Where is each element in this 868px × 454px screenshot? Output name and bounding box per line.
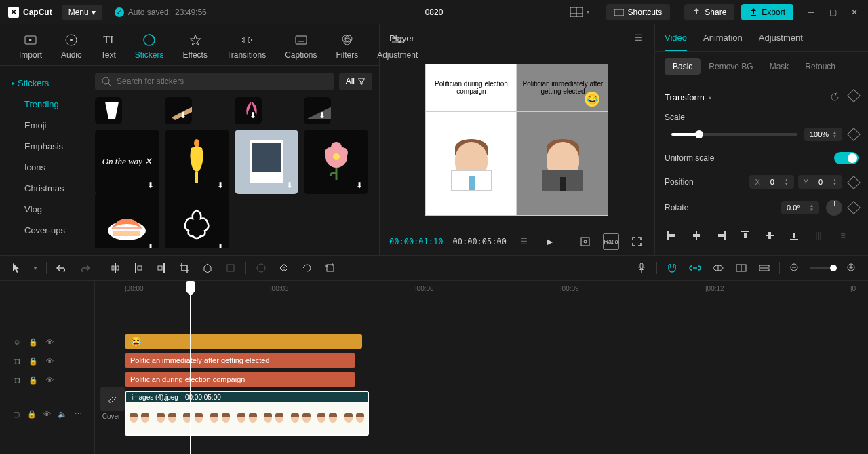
play-button[interactable]: ▶ (542, 233, 558, 250)
tab-transitions[interactable]: Transitions (217, 30, 275, 65)
lock-icon[interactable]: 🔒 (28, 356, 38, 366)
align-center-v-button[interactable] (762, 228, 777, 243)
text-clip-1[interactable]: Politician immediately after getting ele… (125, 353, 355, 368)
sticker-item[interactable]: ⬇ (304, 97, 331, 124)
sticker-item[interactable]: On the way ✕⬇ (95, 130, 159, 194)
eye-icon[interactable]: 👁 (43, 409, 52, 419)
maximize-button[interactable]: ▢ (827, 7, 838, 18)
text-track-1[interactable]: Politician immediately after getting ele… (95, 352, 868, 371)
keyframe-diamond[interactable] (847, 89, 861, 102)
delete-left-button[interactable] (130, 260, 146, 276)
align-bottom-button[interactable] (787, 228, 802, 243)
lock-icon[interactable]: 🔒 (28, 337, 38, 347)
pointer-tool[interactable] (8, 260, 24, 276)
text-track-2[interactable]: Politician during election compaign (95, 371, 868, 390)
sidebar-item-trending[interactable]: Trending (0, 94, 88, 115)
video-track[interactable]: images (4).jpeg 00:00:05:00 (95, 390, 868, 438)
search-box[interactable] (95, 73, 334, 90)
subtab-basic[interactable]: Basic (665, 58, 701, 75)
sticker-item[interactable]: ⬇ (95, 97, 122, 124)
speed-button[interactable] (253, 260, 269, 276)
uniform-scale-toggle[interactable] (834, 152, 859, 164)
align-right-button[interactable] (713, 228, 728, 243)
redo-button[interactable] (77, 260, 93, 276)
menu-button[interactable]: Menu ▾ (62, 5, 102, 20)
tab-adjustment[interactable]: Adjustment (368, 30, 427, 65)
crop2-button[interactable] (322, 260, 338, 276)
crop-button[interactable] (176, 260, 193, 276)
tab-audio[interactable]: Audio (52, 30, 92, 65)
lock-icon[interactable]: 🔒 (28, 375, 38, 385)
align-left-button[interactable] (665, 228, 679, 243)
export-button[interactable]: Export (741, 4, 793, 20)
pointer-dropdown[interactable]: ▾ (31, 260, 39, 276)
fullscreen-button[interactable] (629, 233, 645, 250)
tab-text[interactable]: TIText (92, 30, 125, 65)
marker-button[interactable] (199, 260, 216, 276)
sticker-item[interactable]: ⬇ (165, 192, 229, 249)
tab-filters[interactable]: Filters (327, 30, 368, 65)
download-icon[interactable]: ⬇ (177, 109, 189, 121)
text-track-icon[interactable]: TI (12, 375, 22, 385)
keyframe-diamond[interactable] (847, 128, 861, 141)
subtab-mask[interactable]: Mask (762, 58, 797, 75)
shortcuts-button[interactable]: Shortcuts (606, 4, 671, 20)
download-icon[interactable]: ⬇ (214, 179, 226, 191)
scan-icon[interactable] (577, 233, 593, 250)
subtab-retouch[interactable]: Retouch (797, 58, 844, 75)
sticker-clip[interactable]: 😂 (125, 334, 362, 349)
minimize-button[interactable]: ─ (806, 7, 816, 18)
preview-button[interactable] (733, 260, 749, 276)
sticker-item[interactable]: ⬇ (165, 97, 192, 124)
sticker-item[interactable]: ⬇ (235, 97, 262, 124)
project-title[interactable]: 0820 (425, 7, 443, 17)
sidebar-item-icons[interactable]: Icons (0, 157, 88, 178)
download-icon[interactable]: ⬇ (214, 241, 226, 248)
eye-icon[interactable]: 👁 (45, 375, 54, 385)
tab-stickers[interactable]: Stickers (125, 30, 174, 65)
eye-icon[interactable]: 👁 (45, 356, 54, 366)
download-icon[interactable]: ⬇ (247, 109, 259, 121)
text-track-icon[interactable]: TI (12, 356, 22, 366)
layout-button[interactable]: ▾ (568, 5, 592, 20)
rotate-button[interactable] (299, 260, 315, 276)
delete-right-button[interactable] (153, 260, 170, 276)
download-icon[interactable]: ⬇ (353, 179, 366, 191)
sidebar-item-emoji[interactable]: Emoji (0, 115, 88, 136)
magnet-button[interactable] (664, 260, 680, 276)
timeline-ruler[interactable]: |00:00 |00:03 |00:06 |00:09 |00:12 |0 (95, 281, 868, 299)
snap-button[interactable] (710, 260, 726, 276)
mic-button[interactable] (633, 260, 650, 276)
link-button[interactable] (687, 260, 703, 276)
sidebar-item-christmas[interactable]: Christmas (0, 178, 88, 199)
sticker-track-icon[interactable]: ☺ (12, 337, 22, 347)
search-input[interactable] (117, 77, 327, 86)
zoom-slider[interactable] (810, 267, 837, 269)
sticker-item[interactable]: ⬇ (304, 130, 368, 194)
transform-title[interactable]: Transform▴ (665, 92, 711, 102)
tab-animation[interactable]: Animation (703, 33, 743, 51)
download-icon[interactable]: ⬇ (144, 179, 157, 191)
tab-import[interactable]: Import (9, 30, 52, 65)
keyframe-diamond[interactable] (847, 201, 861, 214)
download-icon[interactable]: ⬇ (283, 179, 296, 191)
playhead[interactable] (190, 281, 191, 454)
sidebar-header[interactable]: ▸Stickers (0, 73, 88, 94)
list-icon[interactable]: ☰ (516, 233, 532, 250)
align-top-button[interactable] (738, 228, 753, 243)
download-icon[interactable]: ⬇ (316, 109, 328, 121)
player-menu-icon[interactable]: ☰ (633, 32, 645, 44)
video-clip[interactable]: images (4).jpeg 00:00:05:00 (125, 391, 369, 436)
distribute-h-button[interactable]: ||| (811, 228, 826, 243)
text-clip-2[interactable]: Politician during election compaign (125, 372, 355, 387)
tab-captions[interactable]: Captions (275, 30, 326, 65)
filter-all-button[interactable]: All (339, 73, 372, 90)
ratio-button[interactable]: Ratio (603, 233, 619, 250)
zoom-out-button[interactable] (787, 260, 803, 276)
position-y-input[interactable]: Y0▲▼ (798, 175, 842, 189)
download-icon[interactable]: ⬇ (144, 241, 157, 248)
mute-icon[interactable]: 🔈 (58, 409, 67, 419)
position-x-input[interactable]: X0▲▼ (749, 175, 793, 189)
rotate-dial[interactable] (826, 200, 842, 216)
rotate-input[interactable]: 0.0°▲▼ (781, 201, 819, 214)
